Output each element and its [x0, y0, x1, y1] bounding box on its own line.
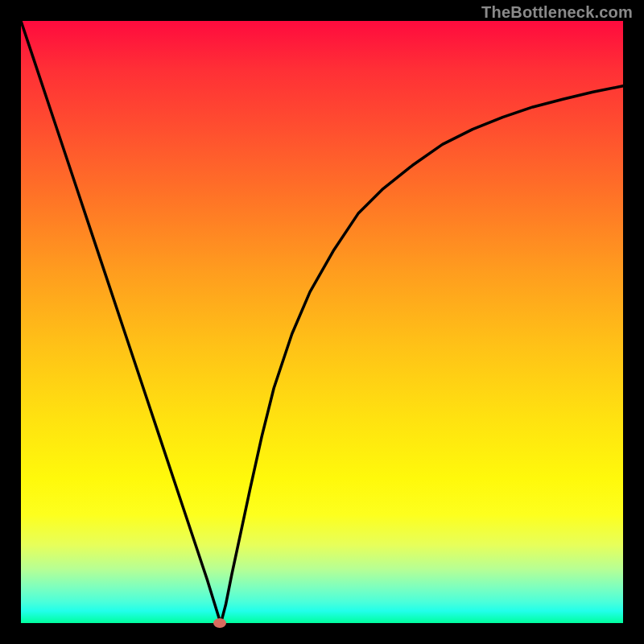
optimum-marker [213, 618, 226, 628]
bottleneck-curve [21, 21, 623, 623]
plot-area [21, 21, 623, 623]
watermark-text: TheBottleneck.com [481, 3, 633, 21]
watermark: TheBottleneck.com [481, 3, 633, 22]
curve-layer [21, 21, 623, 623]
chart-frame: TheBottleneck.com [0, 0, 644, 644]
